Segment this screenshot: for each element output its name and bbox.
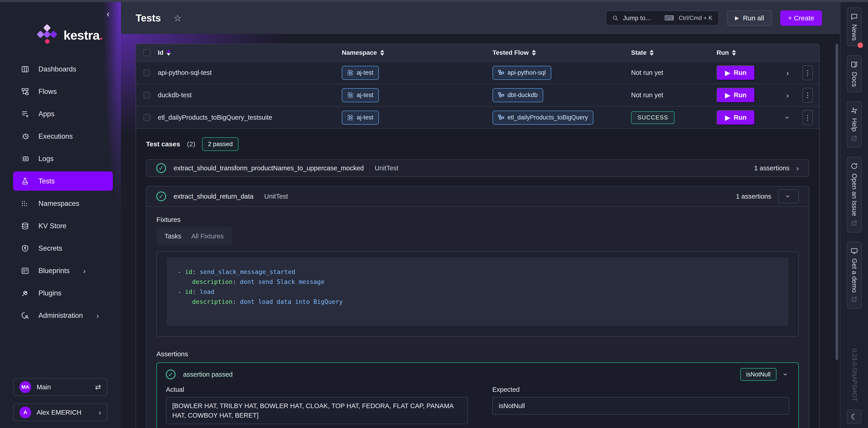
vertical-scrollbar[interactable] (835, 44, 838, 360)
search-placeholder: Jump to... (623, 15, 651, 22)
sidebar-item-secrets[interactable]: Secrets (13, 239, 113, 258)
sidebar-item-flows[interactable]: Flows (13, 82, 113, 101)
test-cases-title: Test cases (146, 140, 180, 148)
namespace-badge[interactable]: aj-test (342, 66, 379, 80)
sidebar-item-label: KV Store (38, 222, 66, 230)
assertion-operator-badge[interactable]: isNotNull (740, 368, 776, 381)
sidebar-collapse-icon[interactable]: ‹ (107, 9, 110, 19)
namespace-badge[interactable]: aj-test (342, 88, 379, 102)
actual-value-field[interactable]: [BOWLER HAT, TRILBY HAT, BOWLER HAT, CLO… (166, 397, 468, 424)
select-all-checkbox[interactable] (144, 49, 150, 56)
test-cases-count: (2) (187, 140, 195, 148)
sort-icon (166, 50, 170, 56)
test-id[interactable]: duckdb-test (158, 91, 342, 99)
test-id[interactable]: api-python-sql-test (158, 69, 342, 77)
sidebar-item-dashboards[interactable]: Dashboards (13, 59, 113, 79)
run-all-label: Run all (743, 14, 764, 22)
row-checkbox[interactable] (144, 69, 150, 76)
run-button[interactable]: ▶Run (717, 65, 755, 80)
test-id[interactable]: etl_dailyProducts_toBigQuery_testsuite (158, 114, 342, 121)
jump-to-search[interactable]: Jump to... ⌨ Ctrl/Cmd + K (606, 11, 719, 26)
main-content: Tests ☆ Jump to... ⌨ Ctrl/Cmd + K ▶ Run … (121, 2, 840, 428)
sidebar-item-logs[interactable]: Logs (13, 149, 113, 168)
slack-icon (850, 107, 858, 114)
help-button[interactable]: Help (847, 101, 862, 148)
sidebar-item-label: Secrets (38, 244, 62, 253)
notification-dot (858, 42, 863, 48)
test-case-name: extract_should_return_data (174, 193, 253, 200)
namespaces-icon (21, 199, 29, 208)
sidebar-item-administration[interactable]: Administration › (13, 306, 113, 325)
row-menu-button[interactable]: ⋮ (802, 65, 813, 80)
sidebar-item-kv-store[interactable]: KV Store (13, 216, 113, 235)
expand-chevron-icon[interactable]: › (786, 69, 789, 77)
expected-label: Expected (492, 386, 789, 393)
sidebar-item-label: Plugins (38, 289, 61, 297)
favorite-star-icon[interactable]: ☆ (174, 13, 182, 23)
sidebar-item-apps[interactable]: Apps (13, 104, 113, 123)
keyboard-icon: ⌨ (664, 14, 674, 22)
row-menu-button[interactable]: ⋮ (802, 88, 813, 103)
create-button[interactable]: + Create (780, 10, 822, 26)
dashboard-icon (21, 65, 29, 74)
docs-button[interactable]: Docs (847, 55, 862, 92)
theme-toggle-button[interactable]: ☾ (847, 409, 862, 424)
tab-all-fixtures[interactable]: All Fixtures (191, 232, 223, 240)
logs-icon (21, 154, 29, 163)
user-menu[interactable]: A Alex EMERICH › (13, 404, 107, 421)
expand-chevron-icon[interactable]: › (786, 91, 789, 99)
issue-refresh-icon (850, 162, 858, 170)
sidebar-item-executions[interactable]: Executions (13, 127, 113, 146)
flow-badge[interactable]: dbt-duckdb (493, 88, 543, 102)
test-case-header[interactable]: ✓ extract_should_return_data UnitTest 1 … (147, 187, 809, 207)
table-row: api-python-sql-test aj-test api-python-s… (136, 61, 819, 84)
flow-icon (498, 114, 504, 121)
kestra-logo-text: kestra. (64, 28, 103, 42)
expected-value-field[interactable]: isNotNull (492, 397, 789, 415)
tab-tasks[interactable]: Tasks (164, 232, 181, 240)
column-header-state[interactable]: State (631, 49, 717, 56)
flow-badge[interactable]: etl_dailyProducts_toBigQuery (493, 111, 593, 125)
run-all-button[interactable]: ▶ Run all (727, 10, 772, 26)
row-checkbox[interactable] (144, 92, 150, 98)
column-header-namespace[interactable]: Namespace (342, 49, 493, 56)
play-icon: ▶ (725, 114, 730, 121)
page-title: Tests (135, 12, 161, 24)
sidebar-item-tests[interactable]: Tests (13, 171, 113, 191)
collapse-case-button[interactable]: › (778, 189, 799, 203)
test-case-type: UnitTest (264, 193, 288, 200)
fixtures-label: Fixtures (156, 216, 799, 224)
namespace-badge[interactable]: aj-test (342, 111, 379, 125)
get-demo-button[interactable]: Get a demo (847, 241, 862, 309)
sidebar-item-plugins[interactable]: Plugins (13, 283, 113, 303)
chevron-right-icon: › (98, 409, 101, 416)
run-button[interactable]: ▶Run (717, 88, 755, 103)
test-case-type: UnitTest (375, 165, 398, 172)
sidebar-item-blueprints[interactable]: Blueprints › (13, 261, 113, 280)
shield-key-icon (21, 244, 29, 253)
flow-icon (498, 70, 504, 76)
row-menu-button[interactable]: ⋮ (802, 110, 813, 125)
sidebar: ‹ kestra. Dashboards Flows Apps Executio… (0, 2, 121, 428)
open-issue-button[interactable]: Open an Issue (847, 157, 862, 232)
column-header-run[interactable]: Run (717, 49, 819, 56)
news-icon (850, 13, 858, 21)
user-avatar: A (20, 406, 31, 418)
tenant-switcher[interactable]: MA Main ⇄ (13, 378, 107, 396)
chevron-right-icon[interactable]: › (796, 164, 799, 172)
column-header-flow[interactable]: Tested Flow (493, 49, 631, 56)
run-button[interactable]: ▶Run (717, 110, 755, 125)
sidebar-item-label: Blueprints (38, 267, 70, 275)
collapse-chevron-icon[interactable]: › (784, 116, 792, 119)
sidebar-item-namespaces[interactable]: Namespaces (13, 194, 113, 213)
chevron-right-icon: › (83, 267, 86, 275)
search-icon (612, 15, 618, 21)
flow-badge[interactable]: api-python-sql (493, 66, 551, 80)
row-checkbox[interactable] (144, 114, 150, 121)
news-button[interactable]: News (847, 7, 862, 46)
test-case-row[interactable]: ✓ extract_should_transform_productNames_… (146, 159, 809, 177)
moon-icon: ☾ (851, 412, 858, 421)
column-header-id[interactable]: Id (158, 49, 342, 56)
tenant-name: Main (37, 383, 51, 391)
chevron-down-icon[interactable]: › (782, 373, 789, 375)
